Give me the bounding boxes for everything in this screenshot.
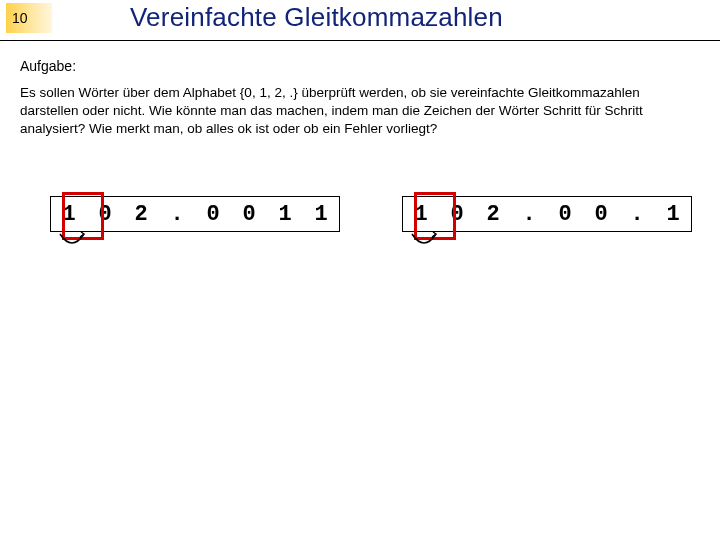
tape-cell: 1 [267, 197, 303, 231]
tape-cell: 1 [303, 197, 339, 231]
tape-cell: 2 [475, 197, 511, 231]
title-bar: 10 Vereinfachte Gleitkommazahlen [0, 0, 720, 41]
tape-cell: . [619, 197, 655, 231]
cursor-arc-icon [58, 232, 86, 250]
tape-cell: . [511, 197, 547, 231]
tape-cell: 0 [87, 197, 123, 231]
task-body: Es sollen Wörter über dem Alphabet {0, 1… [20, 84, 690, 139]
tape-cell: . [159, 197, 195, 231]
tape-cell: 0 [231, 197, 267, 231]
tape-cell: 0 [439, 197, 475, 231]
tape-cell: 0 [547, 197, 583, 231]
slide-number: 10 [12, 10, 28, 26]
cursor-arc-icon [410, 232, 438, 250]
tape-left: 1 0 2 . 0 0 1 1 [50, 196, 340, 232]
tape-cell: 1 [655, 197, 691, 231]
slide-title: Vereinfachte Gleitkommazahlen [130, 2, 503, 33]
tape-cell: 1 [403, 197, 439, 231]
slide-number-box: 10 [6, 3, 52, 33]
tape-cell: 2 [123, 197, 159, 231]
tape-cell: 0 [583, 197, 619, 231]
task-label: Aufgabe: [20, 58, 76, 74]
tape-cell: 1 [51, 197, 87, 231]
tape-right: 1 0 2 . 0 0 . 1 [402, 196, 692, 232]
tape-cell: 0 [195, 197, 231, 231]
slide: 10 Vereinfachte Gleitkommazahlen Aufgabe… [0, 0, 720, 540]
